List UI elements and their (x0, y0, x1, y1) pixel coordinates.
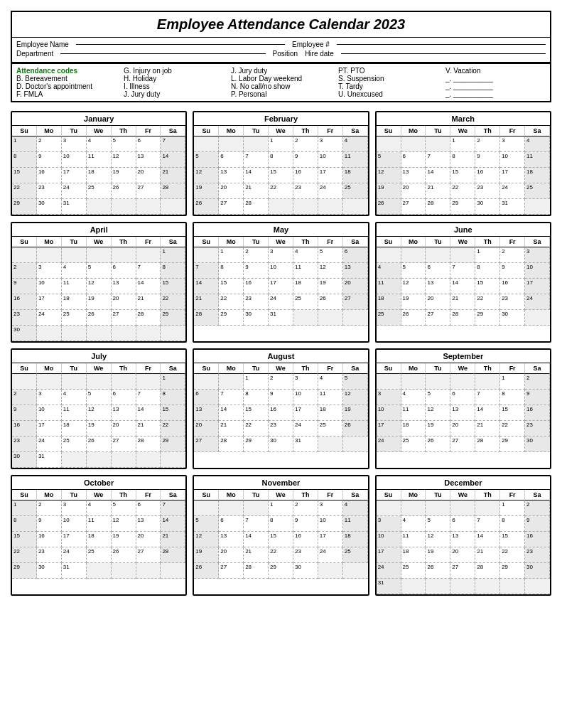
day-cell[interactable]: 31 (37, 452, 62, 468)
day-cell[interactable]: 3 (62, 500, 87, 516)
day-cell[interactable]: 5 (112, 500, 136, 516)
day-cell[interactable]: 20 (219, 183, 244, 199)
day-cell[interactable]: 20 (194, 421, 219, 437)
day-cell[interactable]: 21 (136, 421, 161, 437)
day-cell[interactable]: 19 (401, 294, 426, 310)
day-cell[interactable]: 28 (161, 547, 185, 563)
day-cell[interactable]: 9 (525, 390, 550, 405)
day-cell[interactable]: 16 (500, 279, 525, 294)
day-cell[interactable]: 6 (194, 390, 219, 405)
day-cell[interactable]: 2 (525, 500, 550, 516)
day-cell[interactable]: 24 (37, 310, 62, 326)
day-cell[interactable]: 16 (525, 532, 550, 547)
day-cell[interactable]: 26 (343, 421, 368, 437)
day-cell[interactable]: 22 (219, 294, 244, 310)
day-cell[interactable]: 15 (269, 168, 293, 183)
day-cell[interactable]: 11 (62, 279, 87, 294)
day-cell[interactable]: 1 (161, 374, 185, 390)
day-cell[interactable]: 5 (318, 247, 343, 263)
day-cell[interactable]: 14 (475, 405, 500, 421)
day-cell[interactable]: 29 (12, 199, 37, 215)
day-cell[interactable]: 27 (219, 199, 244, 215)
day-cell[interactable]: 9 (37, 152, 62, 168)
day-cell[interactable]: 22 (500, 547, 525, 563)
day-cell[interactable]: 16 (244, 279, 269, 294)
day-cell[interactable]: 31 (377, 579, 401, 594)
day-cell[interactable]: 15 (500, 532, 525, 547)
day-cell[interactable]: 19 (194, 183, 219, 199)
day-cell[interactable]: 8 (269, 516, 293, 532)
day-cell[interactable]: 10 (318, 516, 343, 532)
day-cell[interactable]: 27 (450, 437, 475, 452)
day-cell[interactable]: 28 (244, 563, 269, 579)
day-cell[interactable]: 11 (377, 279, 401, 294)
day-cell[interactable]: 31 (62, 563, 87, 579)
day-cell[interactable]: 18 (525, 168, 550, 183)
day-cell[interactable]: 26 (318, 294, 343, 310)
day-cell[interactable]: 23 (37, 547, 62, 563)
day-cell[interactable]: 14 (161, 516, 185, 532)
day-cell[interactable]: 30 (500, 310, 525, 326)
day-cell[interactable]: 13 (219, 532, 244, 547)
day-cell[interactable]: 25 (62, 310, 87, 326)
day-cell[interactable]: 1 (475, 247, 500, 263)
day-cell[interactable]: 16 (293, 168, 318, 183)
day-cell[interactable]: 24 (318, 547, 343, 563)
day-cell[interactable]: 11 (87, 152, 112, 168)
day-cell[interactable]: 12 (377, 168, 401, 183)
employee-num-line[interactable] (337, 44, 546, 45)
day-cell[interactable]: 5 (401, 263, 426, 279)
day-cell[interactable]: 27 (136, 183, 161, 199)
day-cell[interactable]: 30 (12, 326, 37, 341)
day-cell[interactable]: 13 (426, 279, 450, 294)
day-cell[interactable]: 19 (426, 421, 450, 437)
day-cell[interactable]: 28 (194, 310, 219, 326)
day-cell[interactable]: 7 (244, 152, 269, 168)
day-cell[interactable]: 3 (269, 247, 293, 263)
day-cell[interactable]: 11 (401, 405, 426, 421)
day-cell[interactable]: 19 (112, 168, 136, 183)
day-cell[interactable]: 21 (475, 421, 500, 437)
day-cell[interactable]: 12 (343, 390, 368, 405)
day-cell[interactable]: 19 (194, 547, 219, 563)
day-cell[interactable]: 4 (62, 390, 87, 405)
day-cell[interactable]: 6 (343, 247, 368, 263)
day-cell[interactable]: 12 (112, 152, 136, 168)
day-cell[interactable]: 9 (37, 516, 62, 532)
day-cell[interactable]: 12 (318, 263, 343, 279)
day-cell[interactable]: 29 (12, 563, 37, 579)
day-cell[interactable]: 16 (293, 532, 318, 547)
day-cell[interactable]: 17 (377, 547, 401, 563)
day-cell[interactable]: 30 (475, 199, 500, 215)
day-cell[interactable]: 28 (475, 563, 500, 579)
day-cell[interactable]: 15 (500, 405, 525, 421)
day-cell[interactable]: 21 (426, 183, 450, 199)
day-cell[interactable]: 23 (269, 421, 293, 437)
day-cell[interactable]: 3 (377, 516, 401, 532)
day-cell[interactable]: 3 (37, 263, 62, 279)
day-cell[interactable]: 22 (12, 183, 37, 199)
day-cell[interactable]: 30 (293, 563, 318, 579)
day-cell[interactable]: 27 (194, 437, 219, 452)
day-cell[interactable]: 14 (426, 168, 450, 183)
day-cell[interactable]: 5 (87, 263, 112, 279)
day-cell[interactable]: 2 (37, 500, 62, 516)
day-cell[interactable]: 29 (500, 437, 525, 452)
day-cell[interactable]: 28 (219, 437, 244, 452)
day-cell[interactable]: 18 (293, 279, 318, 294)
day-cell[interactable]: 21 (136, 294, 161, 310)
day-cell[interactable]: 4 (401, 516, 426, 532)
day-cell[interactable]: 8 (219, 263, 244, 279)
day-cell[interactable]: 15 (219, 279, 244, 294)
day-cell[interactable]: 25 (343, 547, 368, 563)
day-cell[interactable]: 24 (62, 547, 87, 563)
day-cell[interactable]: 18 (87, 168, 112, 183)
day-cell[interactable]: 27 (401, 199, 426, 215)
day-cell[interactable]: 17 (525, 279, 550, 294)
day-cell[interactable]: 9 (525, 516, 550, 532)
day-cell[interactable]: 20 (450, 421, 475, 437)
day-cell[interactable]: 8 (269, 152, 293, 168)
day-cell[interactable]: 17 (62, 532, 87, 547)
day-cell[interactable]: 18 (343, 532, 368, 547)
day-cell[interactable]: 1 (500, 374, 525, 390)
